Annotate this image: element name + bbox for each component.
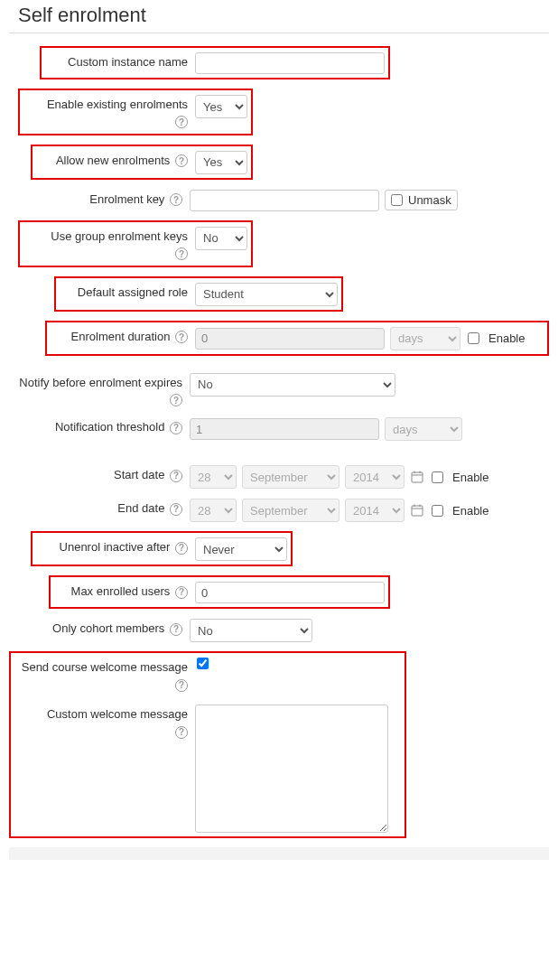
help-icon[interactable]: ? [170, 623, 182, 636]
cohort-select[interactable]: No [190, 619, 312, 642]
notify-select[interactable]: No [190, 373, 395, 397]
start-day-select: 28 [190, 465, 237, 489]
max-users-label: Max enrolled users [71, 584, 171, 598]
start-date-label: Start date [114, 468, 164, 481]
threshold-unit-select: days [385, 417, 462, 441]
notify-label: Notify before enrolment expires [19, 376, 182, 389]
threshold-input [190, 418, 379, 440]
threshold-label: Notification threshold [55, 420, 164, 434]
start-enable-label: Enable [452, 471, 488, 484]
end-day-select: 28 [190, 499, 237, 522]
help-icon[interactable]: ? [175, 154, 188, 167]
section-divider [9, 847, 549, 860]
welcome-msg-label: Custom welcome message [47, 707, 188, 721]
enrolment-key-input[interactable] [190, 190, 379, 211]
welcome-msg-textarea[interactable] [195, 705, 388, 833]
svg-rect-7 [412, 506, 423, 516]
divider [9, 33, 549, 33]
custom-name-label: Custom instance name [68, 55, 188, 69]
end-enable-checkbox[interactable] [432, 505, 443, 517]
allow-new-select[interactable]: Yes [195, 151, 247, 174]
calendar-icon[interactable] [410, 503, 424, 518]
default-role-select[interactable]: Student [195, 283, 338, 306]
help-icon[interactable]: ? [175, 726, 188, 739]
end-month-select: September [242, 499, 339, 522]
start-enable-checkbox[interactable] [432, 471, 443, 483]
enrolment-key-label: Enrolment key [89, 192, 164, 206]
end-year-select: 2014 [345, 499, 405, 522]
help-icon[interactable]: ? [170, 394, 182, 406]
enable-existing-select[interactable]: Yes [195, 95, 247, 118]
start-year-select: 2014 [345, 465, 405, 489]
calendar-icon[interactable] [410, 470, 424, 484]
unmask-label: Unmask [408, 193, 451, 207]
help-icon[interactable]: ? [175, 331, 188, 343]
help-icon[interactable]: ? [175, 542, 188, 555]
group-keys-label: Use group enrolment keys [51, 229, 188, 243]
end-date-label: End date [117, 501, 164, 515]
duration-enable-checkbox[interactable] [468, 332, 479, 344]
unenrol-label: Unenrol inactive after [60, 540, 171, 554]
allow-new-label: Allow new enrolments [56, 154, 170, 167]
group-keys-select[interactable]: No [195, 227, 247, 250]
duration-input [195, 328, 385, 350]
help-icon[interactable]: ? [170, 193, 182, 206]
unenrol-select[interactable]: Never [195, 537, 287, 561]
welcome-checkbox[interactable] [197, 658, 209, 669]
max-users-input[interactable] [195, 582, 385, 603]
help-icon[interactable]: ? [175, 247, 188, 260]
start-month-select: September [242, 465, 339, 489]
custom-name-input[interactable] [195, 52, 385, 74]
duration-label: Enrolment duration [71, 330, 171, 343]
help-icon[interactable]: ? [170, 470, 182, 482]
enable-existing-label: Enable existing enrolments [47, 98, 188, 111]
unmask-checkbox[interactable] [391, 194, 403, 206]
page-title: Self enrolment [18, 4, 558, 27]
help-icon[interactable]: ? [175, 116, 188, 128]
help-icon[interactable]: ? [175, 679, 188, 692]
default-role-label: Default assigned role [78, 285, 188, 299]
help-icon[interactable]: ? [175, 586, 188, 599]
duration-enable-label: Enable [488, 331, 525, 345]
svg-rect-0 [412, 472, 423, 482]
help-icon[interactable]: ? [170, 503, 182, 516]
welcome-check-label: Send course welcome message [22, 660, 188, 674]
duration-unit-select: days [390, 327, 460, 350]
help-icon[interactable]: ? [170, 422, 182, 434]
cohort-label: Only cohort members [52, 621, 164, 635]
end-enable-label: Enable [452, 504, 488, 518]
